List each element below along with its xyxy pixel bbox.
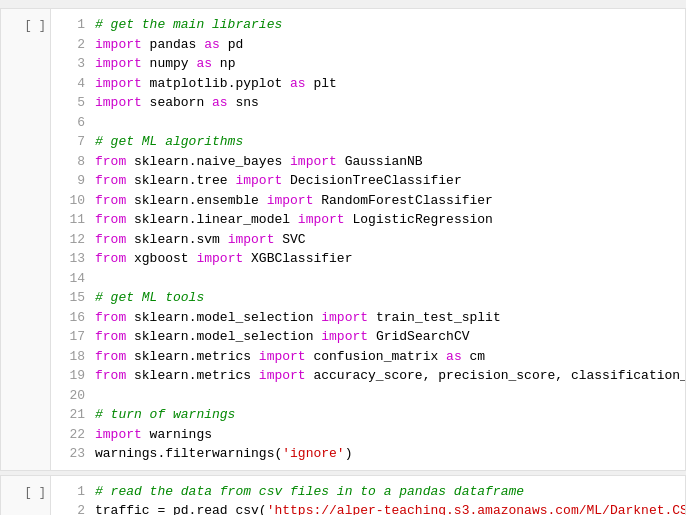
token-kw: from — [95, 193, 126, 208]
code-line: 7# get ML algorithms — [61, 132, 675, 152]
line-number: 16 — [61, 308, 85, 328]
line-code: from sklearn.model_selection import Grid… — [95, 327, 675, 347]
line-code: from xgboost import XGBClassifier — [95, 249, 675, 269]
token-kw: as — [446, 349, 462, 364]
token-plain: sklearn.ensemble — [126, 193, 266, 208]
token-kw: import — [95, 37, 142, 52]
line-number: 1 — [61, 15, 85, 35]
token-kw: as — [196, 56, 212, 71]
token-kw: import — [267, 193, 314, 208]
token-plain: pd — [220, 37, 243, 52]
token-plain: sklearn.metrics — [126, 368, 259, 383]
line-code: import pandas as pd — [95, 35, 675, 55]
code-line: 13from xgboost import XGBClassifier — [61, 249, 675, 269]
line-number: 20 — [61, 386, 85, 406]
token-plain: GaussianNB — [337, 154, 423, 169]
token-kw: import — [95, 427, 142, 442]
code-line: 8from sklearn.naive_bayes import Gaussia… — [61, 152, 675, 172]
token-cm: # get ML tools — [95, 290, 204, 305]
token-plain: train_test_split — [368, 310, 501, 325]
code-line: 9from sklearn.tree import DecisionTreeCl… — [61, 171, 675, 191]
line-code: from sklearn.linear_model import Logisti… — [95, 210, 675, 230]
line-number: 4 — [61, 74, 85, 94]
line-code — [95, 386, 675, 406]
token-plain: sns — [228, 95, 259, 110]
token-plain: sklearn.model_selection — [126, 329, 321, 344]
token-plain: cm — [462, 349, 485, 364]
token-plain: warnings.filterwarnings( — [95, 446, 282, 461]
code-line: 22import warnings — [61, 425, 675, 445]
notebook-container: [ ]1# get the main libraries2import pand… — [0, 0, 686, 515]
token-plain: DecisionTreeClassifier — [282, 173, 461, 188]
token-plain: plt — [306, 76, 337, 91]
token-kw: as — [290, 76, 306, 91]
line-code: traffic = pd.read_csv('https://alper-tea… — [95, 501, 685, 515]
token-kw: as — [212, 95, 228, 110]
token-cm: # get the main libraries — [95, 17, 282, 32]
code-line: 11from sklearn.linear_model import Logis… — [61, 210, 675, 230]
token-plain: xgboost — [126, 251, 196, 266]
token-kw: import — [259, 368, 306, 383]
token-plain: ) — [345, 446, 353, 461]
cell-2[interactable]: [ ]1# read the data from csv files in to… — [0, 475, 686, 516]
token-kw: from — [95, 212, 126, 227]
line-number: 11 — [61, 210, 85, 230]
line-number: 3 — [61, 54, 85, 74]
line-code: import warnings — [95, 425, 675, 445]
line-number: 7 — [61, 132, 85, 152]
line-number: 17 — [61, 327, 85, 347]
token-kw: import — [298, 212, 345, 227]
token-kw: from — [95, 232, 126, 247]
code-line: 2import pandas as pd — [61, 35, 675, 55]
token-plain: np — [212, 56, 235, 71]
code-line: 6 — [61, 113, 675, 133]
line-number: 15 — [61, 288, 85, 308]
code-line: 15# get ML tools — [61, 288, 675, 308]
token-cm: # turn of warnings — [95, 407, 235, 422]
line-code — [95, 113, 675, 133]
token-plain: XGBClassifier — [243, 251, 352, 266]
token-plain: GridSearchCV — [368, 329, 469, 344]
line-code — [95, 269, 675, 289]
token-plain: warnings — [142, 427, 212, 442]
line-code: warnings.filterwarnings('ignore') — [95, 444, 675, 464]
code-line: 1# get the main libraries — [61, 15, 675, 35]
line-number: 9 — [61, 171, 85, 191]
code-line: 18from sklearn.metrics import confusion_… — [61, 347, 675, 367]
code-line: 16from sklearn.model_selection import tr… — [61, 308, 675, 328]
line-code: # get the main libraries — [95, 15, 675, 35]
code-line: 3import numpy as np — [61, 54, 675, 74]
line-number: 13 — [61, 249, 85, 269]
cell-1[interactable]: [ ]1# get the main libraries2import pand… — [0, 8, 686, 471]
code-line: 23warnings.filterwarnings('ignore') — [61, 444, 675, 464]
token-kw: from — [95, 173, 126, 188]
line-code: from sklearn.naive_bayes import Gaussian… — [95, 152, 675, 172]
line-number: 6 — [61, 113, 85, 133]
token-kw: import — [95, 76, 142, 91]
code-line: 2traffic = pd.read_csv('https://alper-te… — [61, 501, 675, 515]
token-plain: sklearn.naive_bayes — [126, 154, 290, 169]
line-code: from sklearn.metrics import confusion_ma… — [95, 347, 675, 367]
token-plain: accuracy_score, precision_score, classif… — [306, 368, 685, 383]
token-kw: from — [95, 329, 126, 344]
line-number: 19 — [61, 366, 85, 386]
line-number: 22 — [61, 425, 85, 445]
code-line: 4import matplotlib.pyplot as plt — [61, 74, 675, 94]
token-plain: confusion_matrix — [306, 349, 446, 364]
token-plain: sklearn.metrics — [126, 349, 259, 364]
token-kw: as — [204, 37, 220, 52]
token-str: 'https://alper-teaching.s3.amazonaws.com… — [267, 503, 685, 515]
token-str: 'ignore' — [282, 446, 344, 461]
token-cm: # get ML algorithms — [95, 134, 243, 149]
line-number: 12 — [61, 230, 85, 250]
code-line: 21# turn of warnings — [61, 405, 675, 425]
line-code: # read the data from csv files in to a p… — [95, 482, 675, 502]
line-number: 5 — [61, 93, 85, 113]
token-kw: from — [95, 251, 126, 266]
token-cm: # read the data from csv files in to a p… — [95, 484, 524, 499]
line-code: from sklearn.ensemble import RandomFores… — [95, 191, 675, 211]
token-kw: from — [95, 368, 126, 383]
cell-content-2: 1# read the data from csv files in to a … — [51, 476, 685, 516]
line-code: import matplotlib.pyplot as plt — [95, 74, 675, 94]
cell-indicator-1: [ ] — [1, 9, 51, 470]
